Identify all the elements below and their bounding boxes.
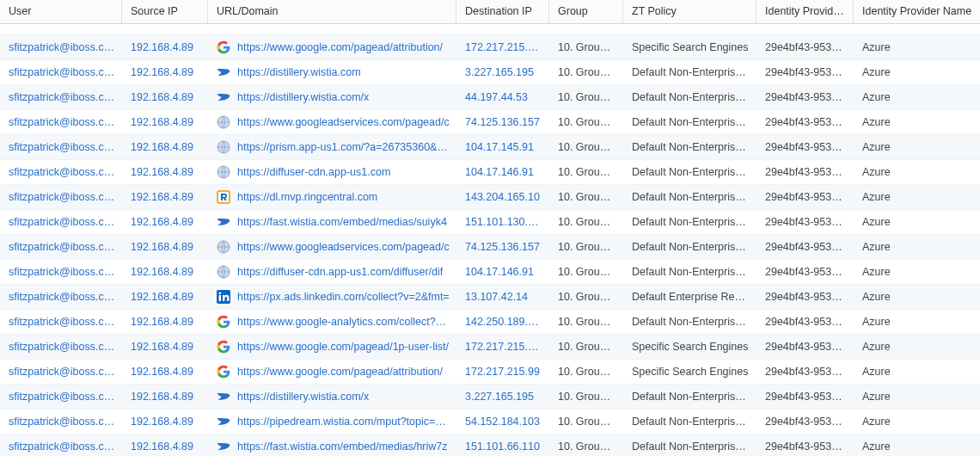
table-row[interactable]: sfitzpatrick@iboss.com192.168.4.89https:… [0,160,980,185]
col-header-source-ip[interactable]: Source IP [122,0,208,23]
source-ip-link[interactable]: 192.168.4.89 [122,291,208,303]
col-header-zt-policy[interactable]: ZT Policy [623,0,756,23]
destination-ip-link[interactable]: 104.17.146.91 [456,266,549,278]
table-row[interactable]: sfitzpatrick@iboss.com192.168.4.89https:… [0,285,980,310]
url-link[interactable]: https://fast.wistia.com/embed/medias/hri… [237,441,448,453]
col-header-destination-ip[interactable]: Destination IP [456,0,549,23]
source-ip-link[interactable]: 192.168.4.89 [122,241,208,253]
url-link[interactable]: https://www.google-analytics.com/collect… [237,316,450,328]
user-link[interactable]: sfitzpatrick@iboss.com [0,341,122,353]
user-link[interactable]: sfitzpatrick@iboss.com [0,41,122,53]
source-ip-link[interactable]: 192.168.4.89 [122,116,208,128]
table-row[interactable]: sfitzpatrick@iboss.com192.168.4.89https:… [0,35,980,60]
user-link[interactable]: sfitzpatrick@iboss.com [0,366,122,378]
user-link[interactable]: sfitzpatrick@iboss.com [0,316,122,328]
table-row[interactable]: sfitzpatrick@iboss.com192.168.4.89https:… [0,60,980,85]
zt-policy-value: Default Non-Enterprise R... [623,191,756,203]
url-link[interactable]: https://www.google.com/pagead/attributio… [237,41,443,53]
destination-ip-link[interactable]: 172.217.215.105 [456,41,549,53]
table-row[interactable]: sfitzpatrick@iboss.com192.168.4.89https:… [0,410,980,434]
source-ip-link[interactable]: 192.168.4.89 [122,391,208,403]
destination-ip-link[interactable]: 143.204.165.10 [456,191,549,203]
source-ip-link[interactable]: 192.168.4.89 [122,91,208,103]
table-row[interactable]: sfitzpatrick@iboss.com192.168.4.89https:… [0,310,980,335]
idp-name-value: Azure [854,141,980,153]
url-link[interactable]: https://pipedream.wistia.com/mput?topic=… [237,416,450,428]
url-link[interactable]: https://www.google.com/pagead/1p-user-li… [237,341,449,353]
table-row[interactable]: sfitzpatrick@iboss.com192.168.4.89https:… [0,385,980,410]
user-link[interactable]: sfitzpatrick@iboss.com [0,141,122,153]
destination-ip-link[interactable]: 3.227.165.195 [456,66,549,78]
source-ip-link[interactable]: 192.168.4.89 [122,366,208,378]
url-link[interactable]: https://diffuser-cdn.app-us1.com [237,166,390,178]
col-header-url[interactable]: URL/Domain [208,0,456,23]
source-ip-link[interactable]: 192.168.4.89 [122,216,208,228]
url-link[interactable]: https://distillery.wistia.com/x [237,91,369,103]
destination-ip-link[interactable]: 74.125.136.157 [456,241,549,253]
user-link[interactable]: sfitzpatrick@iboss.com [0,66,122,78]
user-link[interactable]: sfitzpatrick@iboss.com [0,91,122,103]
destination-ip-link[interactable]: 54.152.184.103 [456,416,549,428]
user-link[interactable]: sfitzpatrick@iboss.com [0,191,122,203]
user-link[interactable]: sfitzpatrick@iboss.com [0,441,122,453]
col-header-idp-id[interactable]: Identity Provider ... [756,0,854,23]
source-ip-link[interactable]: 192.168.4.89 [122,441,208,453]
source-ip-link[interactable]: 192.168.4.89 [122,341,208,353]
table-row[interactable]: sfitzpatrick@iboss.com192.168.4.89https:… [0,235,980,260]
table-row[interactable]: sfitzpatrick@iboss.com192.168.4.89https:… [0,85,980,110]
table-row[interactable]: sfitzpatrick@iboss.com192.168.4.89https:… [0,335,980,360]
destination-ip-link[interactable]: 172.217.215.99 [456,366,549,378]
url-link[interactable]: https://www.googleadservices.com/pagead/… [237,241,450,253]
destination-ip-link[interactable]: 3.227.165.195 [456,391,549,403]
source-ip-link[interactable]: 192.168.4.89 [122,191,208,203]
user-link[interactable]: sfitzpatrick@iboss.com [0,391,122,403]
destination-ip-link[interactable]: 151.101.66.110 [456,441,549,453]
table-row[interactable]: sfitzpatrick@iboss.com192.168.4.89https:… [0,185,980,210]
destination-ip-link[interactable]: 142.250.189.110 [456,316,549,328]
source-ip-link[interactable]: 192.168.4.89 [122,41,208,53]
url-link[interactable]: https://www.google.com/pagead/attributio… [237,366,443,378]
destination-ip-link[interactable]: 104.17.145.91 [456,141,549,153]
destination-ip-link[interactable]: 74.125.136.157 [456,116,549,128]
table-row[interactable]: sfitzpatrick@iboss.com192.168.4.89https:… [0,434,980,456]
destination-ip-link[interactable]: 104.17.146.91 [456,166,549,178]
col-header-idp-name[interactable]: Identity Provider Name [854,0,980,23]
source-ip-link[interactable]: 192.168.4.89 [122,141,208,153]
user-link[interactable]: sfitzpatrick@iboss.com [0,266,122,278]
col-header-group[interactable]: Group [549,0,623,23]
table-row[interactable]: sfitzpatrick@iboss.com192.168.4.89https:… [0,210,980,235]
url-link[interactable]: https://px.ads.linkedin.com/collect?v=2&… [237,291,450,303]
google-icon [217,40,230,54]
destination-ip-link[interactable]: 172.217.215.106 [456,341,549,353]
source-ip-link[interactable]: 192.168.4.89 [122,416,208,428]
zt-policy-value: Default Non-Enterprise R... [623,91,756,103]
user-link[interactable]: sfitzpatrick@iboss.com [0,116,122,128]
table-row[interactable]: sfitzpatrick@iboss.com192.168.4.89https:… [0,260,980,285]
url-link[interactable]: https://diffuser-cdn.app-us1.com/diffuse… [237,266,443,278]
source-ip-link[interactable]: 192.168.4.89 [122,316,208,328]
table-row[interactable]: sfitzpatrick@iboss.com192.168.4.89https:… [0,110,980,135]
user-link[interactable]: sfitzpatrick@iboss.com [0,241,122,253]
table-row[interactable]: sfitzpatrick@iboss.com192.168.4.89https:… [0,135,980,160]
destination-ip-link[interactable]: 151.101.130.110 [456,216,549,228]
source-ip-link[interactable]: 192.168.4.89 [122,66,208,78]
destination-ip-link[interactable]: 44.197.44.53 [456,91,549,103]
user-link[interactable]: sfitzpatrick@iboss.com [0,216,122,228]
user-link[interactable]: sfitzpatrick@iboss.com [0,416,122,428]
source-ip-link[interactable]: 192.168.4.89 [122,166,208,178]
table-row[interactable]: sfitzpatrick@iboss.com192.168.4.89https:… [0,360,980,385]
source-ip-link[interactable]: 192.168.4.89 [122,266,208,278]
table-row[interactable] [0,24,980,35]
user-link[interactable]: sfitzpatrick@iboss.com [0,166,122,178]
destination-ip-link[interactable]: 13.107.42.14 [456,291,549,303]
zt-policy-value: Default Non-Enterprise R... [623,416,756,428]
url-link[interactable]: https://dl.mvp.ringcentral.com [237,191,377,203]
url-link[interactable]: https://fast.wistia.com/embed/medias/sui… [237,216,447,228]
url-link[interactable]: https://distillery.wistia.com [237,66,361,78]
url-link[interactable]: https://www.googleadservices.com/pagead/… [237,116,450,128]
url-link[interactable]: https://distillery.wistia.com/x [237,391,369,403]
url-link[interactable]: https://prism.app-us1.com/?a=26735360&u=… [237,141,450,153]
log-table: User Source IP URL/Domain Destination IP… [0,0,980,456]
col-header-user[interactable]: User [0,0,122,23]
user-link[interactable]: sfitzpatrick@iboss.com [0,291,122,303]
